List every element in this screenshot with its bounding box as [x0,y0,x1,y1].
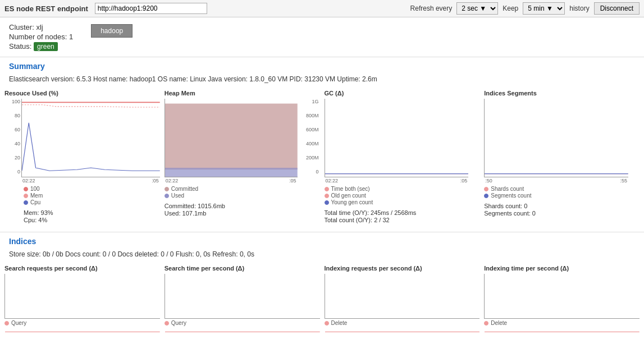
resource-chart-title: Resouce Used (%) [4,90,160,97]
resource-stats: Mem: 93% Cpu: 4% [4,208,160,225]
status-label: Status: [9,42,31,51]
search-time-area [165,274,320,319]
disconnect-button[interactable]: Disconnect [594,2,640,15]
cluster-details: Cluster: xlj Number of nodes: 1 Status: … [9,22,73,52]
svg-rect-1 [165,168,298,177]
keep-select[interactable]: 5 min ▼ [523,2,565,15]
endpoint-input[interactable] [95,3,207,14]
hadoop-button[interactable]: hadoop [91,24,133,38]
cluster-info: Cluster: xlj Number of nodes: 1 Status: … [0,17,644,57]
search-req-area [4,274,160,319]
cluster-nodes: Number of nodes: 1 [9,33,73,41]
summary-section: Summary Elasticsearch version: 6.5.3 Hos… [0,57,644,232]
gc-legend: Time both (sec) Old gen count Young gen … [325,186,480,205]
index-req-chart: Indexing requests per second (Δ) Delete [325,265,480,326]
cluster-status-row: Status: green [9,42,73,51]
indices-segments-chart-container: Indices Segments :50 :55 [484,90,640,225]
summary-charts-row: Resouce Used (%) 100 80 60 40 20 0 [0,88,644,227]
index-time-area [484,274,640,319]
summary-title: Summary [0,57,644,73]
header-bar: ES node REST endpoint Refresh every 2 se… [0,0,644,17]
resource-chart-area [21,99,160,177]
resource-chart-container: Resouce Used (%) 100 80 60 40 20 0 [4,90,160,225]
indices-title: Indices [0,232,644,248]
index-time-title: Indexing time per second (Δ) [484,265,640,272]
cluster-name: Cluster: xlj [9,23,73,31]
refresh-label: Refresh every [410,4,453,12]
gc-chart-container: GC (Δ) 02:22 :05 [325,90,480,225]
search-req-title: Search requests per second (Δ) [4,265,160,272]
indices-segments-x-labels: :50 :55 [484,178,628,184]
index-req-title: Indexing requests per second (Δ) [325,265,480,272]
heap-x-labels: 02:22 :05 [165,178,298,184]
indices-info: Store size: 0b / 0b Docs count: 0 / 0 Do… [0,248,644,263]
keep-label: Keep [503,4,518,12]
index-req-area [325,274,480,319]
gc-chart-area [325,99,469,177]
heap-stats: Committed: 1015.6mb Used: 107.1mb [165,201,320,218]
heap-chart-area [165,99,298,177]
svg-rect-0 [165,104,298,170]
heap-legend: Committed Used [165,186,320,199]
gc-stats: Total time (O/Y): 245ms / 2568ms Total c… [325,208,480,225]
heap-chart-container: Heap Mem 02:22 :05 [165,90,320,225]
resource-x-labels: 02:22 :05 [21,178,160,184]
indices-segments-legend: Shards count Segments count [484,186,640,199]
indices-segments-chart-area [484,99,628,177]
heap-y-labels: 1G 800M 600M 400M 200M 0 [298,99,320,184]
indices-segments-chart-title: Indices Segments [484,90,640,97]
status-badge: green [34,42,58,51]
refresh-select[interactable]: 2 sec ▼ [456,2,498,15]
heap-chart-title: Heap Mem [165,90,320,97]
search-time-title: Search time per second (Δ) [165,265,320,272]
search-req-chart: Search requests per second (Δ) Query [4,265,160,326]
index-time-chart: Indexing time per second (Δ) Delete [484,265,640,326]
gc-x-labels: 02:22 :05 [325,178,469,184]
indices-section: Indices Store size: 0b / 0b Docs count: … [0,232,644,333]
resource-y-labels: 100 80 60 40 20 0 [4,99,21,184]
resource-legend: 100 Mem Cpu [24,186,160,205]
gc-chart-title: GC (Δ) [325,90,480,97]
bottom-charts-row: Search requests per second (Δ) Query Sea… [0,263,644,328]
history-label: history [569,4,589,12]
endpoint-label: ES node REST endpoint [4,4,88,13]
summary-info: Elasticsearch version: 6.5.3 Host name: … [0,73,644,88]
indices-segments-stats: Shards count: 0 Segments count: 0 [484,201,640,218]
search-time-chart: Search time per second (Δ) Query [165,265,320,326]
